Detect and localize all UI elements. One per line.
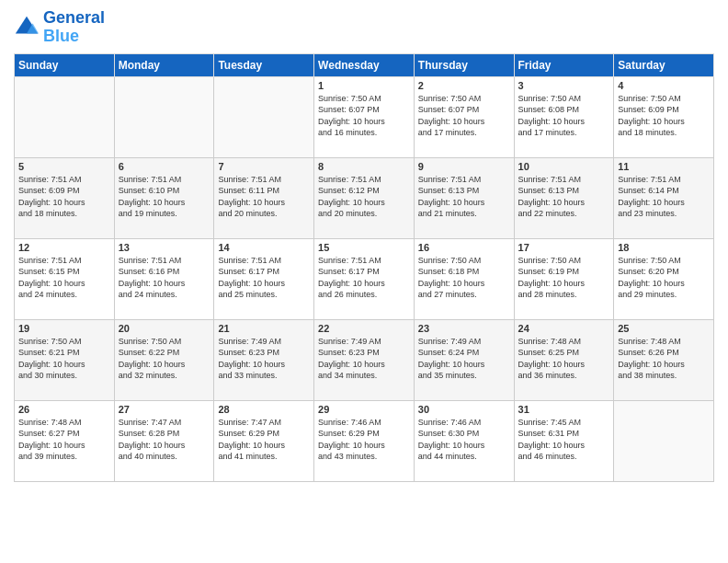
day-info: Sunrise: 7:46 AM Sunset: 6:29 PM Dayligh… [318,417,410,463]
logo: General Blue [14,9,105,46]
day-info: Sunrise: 7:50 AM Sunset: 6:08 PM Dayligh… [518,93,610,139]
calendar-week-row: 5Sunrise: 7:51 AM Sunset: 6:09 PM Daylig… [15,157,714,238]
calendar-week-row: 1Sunrise: 7:50 AM Sunset: 6:07 PM Daylig… [15,76,714,157]
day-info: Sunrise: 7:48 AM Sunset: 6:26 PM Dayligh… [618,336,710,382]
day-info: Sunrise: 7:49 AM Sunset: 6:23 PM Dayligh… [318,336,410,382]
day-info: Sunrise: 7:51 AM Sunset: 6:16 PM Dayligh… [119,255,210,301]
calendar-cell: 10Sunrise: 7:51 AM Sunset: 6:13 PM Dayli… [514,157,614,238]
calendar-header-row: SundayMondayTuesdayWednesdayThursdayFrid… [15,53,714,76]
day-info: Sunrise: 7:45 AM Sunset: 6:31 PM Dayligh… [518,417,610,463]
calendar-cell: 28Sunrise: 7:47 AM Sunset: 6:29 PM Dayli… [214,400,314,481]
weekday-header: Thursday [414,53,514,76]
calendar-cell [15,76,115,157]
day-number: 4 [618,80,710,91]
calendar-cell: 12Sunrise: 7:51 AM Sunset: 6:15 PM Dayli… [15,238,115,319]
day-number: 27 [119,404,210,415]
day-number: 14 [218,242,310,253]
calendar-cell: 4Sunrise: 7:50 AM Sunset: 6:09 PM Daylig… [614,76,714,157]
calendar-cell [114,76,214,157]
day-number: 23 [418,323,510,334]
calendar-cell: 23Sunrise: 7:49 AM Sunset: 6:24 PM Dayli… [414,319,514,400]
calendar-cell: 22Sunrise: 7:49 AM Sunset: 6:23 PM Dayli… [314,319,415,400]
day-info: Sunrise: 7:50 AM Sunset: 6:07 PM Dayligh… [418,93,510,139]
calendar-cell: 30Sunrise: 7:46 AM Sunset: 6:30 PM Dayli… [414,400,514,481]
day-number: 25 [618,323,710,334]
calendar-cell: 14Sunrise: 7:51 AM Sunset: 6:17 PM Dayli… [214,238,314,319]
weekday-header: Tuesday [214,53,314,76]
weekday-header: Wednesday [314,53,415,76]
day-number: 20 [119,323,210,334]
day-number: 1 [318,80,410,91]
calendar-cell: 21Sunrise: 7:49 AM Sunset: 6:23 PM Dayli… [214,319,314,400]
day-info: Sunrise: 7:50 AM Sunset: 6:09 PM Dayligh… [618,93,710,139]
day-info: Sunrise: 7:50 AM Sunset: 6:20 PM Dayligh… [618,255,710,301]
calendar-week-row: 26Sunrise: 7:48 AM Sunset: 6:27 PM Dayli… [15,400,714,481]
logo-text: General Blue [43,9,105,46]
day-info: Sunrise: 7:51 AM Sunset: 6:17 PM Dayligh… [218,255,310,301]
day-info: Sunrise: 7:50 AM Sunset: 6:22 PM Dayligh… [119,336,210,382]
calendar-cell: 19Sunrise: 7:50 AM Sunset: 6:21 PM Dayli… [15,319,115,400]
day-number: 30 [418,404,510,415]
day-info: Sunrise: 7:48 AM Sunset: 6:25 PM Dayligh… [518,336,610,382]
day-info: Sunrise: 7:51 AM Sunset: 6:12 PM Dayligh… [318,174,410,220]
day-info: Sunrise: 7:51 AM Sunset: 6:13 PM Dayligh… [518,174,610,220]
calendar-cell [614,400,714,481]
page-header: General Blue [14,9,714,46]
calendar-cell: 1Sunrise: 7:50 AM Sunset: 6:07 PM Daylig… [314,76,415,157]
calendar-cell [214,76,314,157]
day-info: Sunrise: 7:51 AM Sunset: 6:10 PM Dayligh… [119,174,210,220]
day-number: 5 [18,161,110,172]
day-info: Sunrise: 7:50 AM Sunset: 6:18 PM Dayligh… [418,255,510,301]
calendar-cell: 2Sunrise: 7:50 AM Sunset: 6:07 PM Daylig… [414,76,514,157]
day-info: Sunrise: 7:48 AM Sunset: 6:27 PM Dayligh… [18,417,110,463]
calendar-table: SundayMondayTuesdayWednesdayThursdayFrid… [14,53,714,482]
calendar-cell: 9Sunrise: 7:51 AM Sunset: 6:13 PM Daylig… [414,157,514,238]
day-number: 22 [318,323,410,334]
day-number: 15 [318,242,410,253]
day-info: Sunrise: 7:47 AM Sunset: 6:29 PM Dayligh… [218,417,310,463]
day-info: Sunrise: 7:51 AM Sunset: 6:11 PM Dayligh… [218,174,310,220]
day-number: 24 [518,323,610,334]
day-info: Sunrise: 7:51 AM Sunset: 6:17 PM Dayligh… [318,255,410,301]
day-info: Sunrise: 7:51 AM Sunset: 6:13 PM Dayligh… [418,174,510,220]
weekday-header: Monday [114,53,214,76]
day-number: 17 [518,242,610,253]
day-number: 10 [518,161,610,172]
calendar-week-row: 19Sunrise: 7:50 AM Sunset: 6:21 PM Dayli… [15,319,714,400]
day-info: Sunrise: 7:50 AM Sunset: 6:07 PM Dayligh… [318,93,410,139]
weekday-header: Saturday [614,53,714,76]
day-number: 28 [218,404,310,415]
day-number: 21 [218,323,310,334]
calendar-cell: 20Sunrise: 7:50 AM Sunset: 6:22 PM Dayli… [114,319,214,400]
calendar-cell: 5Sunrise: 7:51 AM Sunset: 6:09 PM Daylig… [15,157,115,238]
day-info: Sunrise: 7:46 AM Sunset: 6:30 PM Dayligh… [418,417,510,463]
logo-icon [14,15,40,40]
calendar-cell: 11Sunrise: 7:51 AM Sunset: 6:14 PM Dayli… [614,157,714,238]
day-number: 8 [318,161,410,172]
day-number: 26 [18,404,110,415]
calendar-cell: 7Sunrise: 7:51 AM Sunset: 6:11 PM Daylig… [214,157,314,238]
day-number: 12 [18,242,110,253]
calendar-cell: 31Sunrise: 7:45 AM Sunset: 6:31 PM Dayli… [514,400,614,481]
calendar-week-row: 12Sunrise: 7:51 AM Sunset: 6:15 PM Dayli… [15,238,714,319]
calendar-cell: 3Sunrise: 7:50 AM Sunset: 6:08 PM Daylig… [514,76,614,157]
day-info: Sunrise: 7:49 AM Sunset: 6:24 PM Dayligh… [418,336,510,382]
day-info: Sunrise: 7:51 AM Sunset: 6:14 PM Dayligh… [618,174,710,220]
day-info: Sunrise: 7:50 AM Sunset: 6:19 PM Dayligh… [518,255,610,301]
day-number: 19 [18,323,110,334]
day-number: 11 [618,161,710,172]
calendar-cell: 24Sunrise: 7:48 AM Sunset: 6:25 PM Dayli… [514,319,614,400]
day-number: 31 [518,404,610,415]
calendar-cell: 29Sunrise: 7:46 AM Sunset: 6:29 PM Dayli… [314,400,415,481]
calendar-cell: 13Sunrise: 7:51 AM Sunset: 6:16 PM Dayli… [114,238,214,319]
calendar-cell: 8Sunrise: 7:51 AM Sunset: 6:12 PM Daylig… [314,157,415,238]
day-info: Sunrise: 7:47 AM Sunset: 6:28 PM Dayligh… [119,417,210,463]
calendar-cell: 26Sunrise: 7:48 AM Sunset: 6:27 PM Dayli… [15,400,115,481]
day-number: 29 [318,404,410,415]
weekday-header: Sunday [15,53,115,76]
calendar-cell: 17Sunrise: 7:50 AM Sunset: 6:19 PM Dayli… [514,238,614,319]
calendar-cell: 27Sunrise: 7:47 AM Sunset: 6:28 PM Dayli… [114,400,214,481]
calendar-cell: 15Sunrise: 7:51 AM Sunset: 6:17 PM Dayli… [314,238,415,319]
day-info: Sunrise: 7:50 AM Sunset: 6:21 PM Dayligh… [18,336,110,382]
day-number: 13 [119,242,210,253]
